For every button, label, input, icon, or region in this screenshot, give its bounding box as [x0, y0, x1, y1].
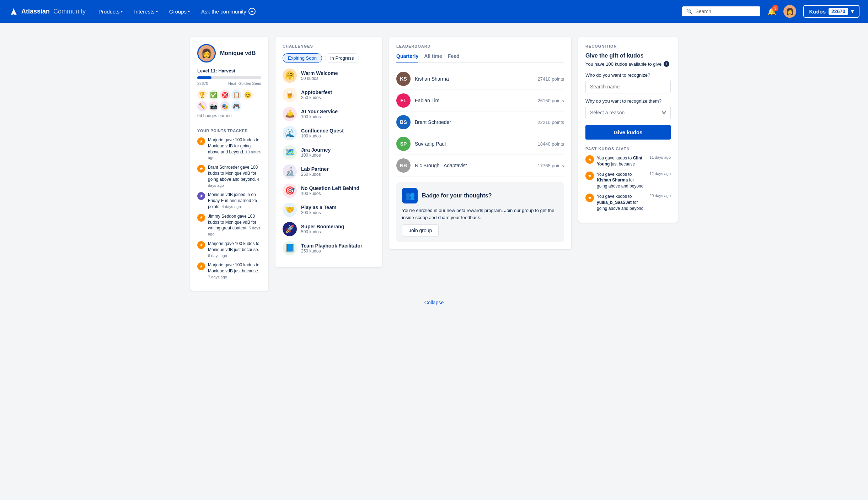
challenge-item: 📘 Team Playbook Facilitator 250 kudos: [283, 241, 375, 255]
profile-level: Level 11: Harvest: [197, 68, 261, 74]
challenge-item: 🛎️ At Your Service 100 kudos: [283, 107, 375, 121]
search-icon: 🔍: [686, 9, 692, 14]
who-label: Who do you want to recognize?: [585, 72, 671, 78]
leaderboard-item: KS Kishan Sharma 27410 points: [396, 68, 564, 90]
ask-plus-icon: +: [248, 8, 256, 15]
tracker-item: ★ Jimmy Seddon gave 100 kudos to Monique…: [197, 213, 261, 237]
challenge-name: Jira Journey: [301, 147, 331, 153]
tracker-item: ★ Marjorie gave 100 kudos to Monique vdB…: [197, 262, 261, 280]
challenge-kudos: 100 kudos: [301, 191, 359, 196]
tracker-star-icon: ★: [197, 262, 205, 270]
search-input[interactable]: [695, 9, 752, 14]
gift-kudos-title: Give the gift of kudos: [585, 53, 671, 59]
search-name-input[interactable]: [585, 80, 671, 93]
collapse-button[interactable]: Collapse: [424, 300, 444, 305]
profile-name: Monique vdB: [220, 50, 256, 56]
challenge-icon: 🔬: [283, 164, 297, 179]
badges-row: 🏆 ✅ 🎯 📋 😊 ✏️ 📷 🎭 🎮: [197, 90, 261, 111]
lb-name: Nic Brough _Adaptavist_: [415, 163, 534, 168]
challenges-tabs: Expiring Soon In Progress: [283, 53, 375, 63]
lb-name: Fabian Lim: [415, 98, 534, 103]
profile-header: 👩 Monique vdB: [197, 44, 261, 62]
profile-card: 👩 Monique vdB Level 11: Harvest 22670 Ne…: [190, 37, 268, 291]
challenge-name: Lab Partner: [301, 166, 329, 172]
badge-icon: 🎮: [231, 101, 241, 111]
challenge-icon: 🤗: [283, 69, 297, 83]
challenge-kudos: 100 kudos: [301, 134, 344, 138]
leaderboard-tabs: Quarterly All time Feed: [396, 53, 564, 62]
challenge-icon: 🛎️: [283, 107, 297, 121]
badge-icon: 🏆: [197, 90, 207, 100]
tab-feed[interactable]: Feed: [448, 53, 460, 62]
tab-in-progress[interactable]: In Progress: [325, 53, 359, 63]
badge-icon: 📋: [231, 90, 241, 100]
progress-bar-fill: [197, 76, 211, 79]
challenge-name: Confluence Quest: [301, 128, 344, 134]
tracker-star-icon: ★: [197, 214, 205, 222]
tracker-text: Marjorie gave 100 kudos to Monique vdB j…: [208, 241, 261, 259]
badge-icon: ✏️: [197, 101, 207, 111]
badge-card-description: You're enrolled in our new beta rewards …: [402, 207, 558, 221]
nav-groups[interactable]: Groups ▾: [165, 6, 194, 17]
next-milestone: Next: Golden Seed: [228, 81, 261, 86]
tracker-star-icon: ★: [197, 241, 205, 249]
tracker-item: ★ Marjorie gave 100 kudos to Monique vdB…: [197, 137, 261, 161]
past-kudos-time: 20 days ago: [649, 194, 671, 198]
collapse-bar: Collapse: [190, 299, 678, 306]
info-icon[interactable]: i: [664, 61, 669, 67]
challenge-icon: 🍺: [283, 88, 297, 102]
tab-quarterly[interactable]: Quarterly: [396, 53, 418, 62]
challenge-kudos: 250 kudos: [301, 249, 362, 254]
brand-logo[interactable]: Atlassian Community: [9, 6, 86, 16]
lb-points: 17765 points: [538, 163, 564, 168]
recognition-card: RECOGNITION Give the gift of kudos You h…: [578, 37, 678, 223]
challenge-kudos: 250 kudos: [301, 172, 329, 177]
challenge-kudos: 100 kudos: [301, 114, 338, 119]
leaderboard-item: BS Brant Schroeder 22210 points: [396, 112, 564, 133]
tab-expiring-soon[interactable]: Expiring Soon: [283, 53, 322, 63]
past-kudos-item: ★ You gave kudos to Kishan Sharma for go…: [585, 172, 671, 189]
interests-chevron-icon: ▾: [156, 10, 158, 13]
badge-card: 👥 Badge for your thoughts? You're enroll…: [396, 182, 564, 242]
challenge-name: Team Playbook Facilitator: [301, 243, 362, 249]
search-bar[interactable]: 🔍: [682, 6, 760, 16]
past-kudos-title: PAST KUDOS GIVEN: [585, 147, 671, 151]
tracker-text: Marjorie gave 100 kudos to Monique vdB j…: [208, 262, 261, 280]
nav-interests[interactable]: Interests ▾: [130, 6, 162, 17]
challenge-item: 🚀 Super Boomerang 500 kudos: [283, 222, 375, 236]
leaderboard-item: SP Suvradip Paul 18440 points: [396, 133, 564, 155]
challenge-icon: 🗺️: [283, 145, 297, 159]
badge-icon: 📷: [209, 101, 219, 111]
tracker-item: ★ Monique vdB joined in on Friday Fun an…: [197, 192, 261, 210]
challenge-icon: 🌊: [283, 126, 297, 140]
challenge-icon: 🎯: [283, 184, 297, 198]
tab-all-time[interactable]: All time: [424, 53, 442, 62]
challenge-name: Apptoberfest: [301, 89, 332, 95]
groups-chevron-icon: ▾: [188, 10, 190, 13]
ask-community-button[interactable]: Ask the community +: [197, 5, 260, 18]
challenge-name: Warm Welcome: [301, 70, 338, 76]
lb-points: 18440 points: [538, 141, 564, 147]
recognition-section-title: RECOGNITION: [585, 44, 671, 48]
leaderboard-item: FL Fabian Lim 26150 points: [396, 90, 564, 112]
user-avatar[interactable]: 👩: [783, 5, 796, 18]
give-kudos-button[interactable]: Give kudos: [585, 125, 671, 140]
challenges-card: CHALLENGES Expiring Soon In Progress 🤗 W…: [275, 37, 382, 267]
badge-icon: 🎯: [220, 90, 230, 100]
badge-icon: 🎭: [220, 101, 230, 111]
current-points: 22670: [197, 81, 208, 86]
past-kudos-text: You gave kudos to Clint Young just becau…: [597, 155, 645, 167]
lb-avatar: KS: [396, 72, 411, 86]
kudos-chevron-icon: ▾: [851, 8, 854, 15]
challenge-kudos: 300 kudos: [301, 210, 336, 215]
notifications-button[interactable]: 🔔 3: [767, 7, 776, 16]
nav-products[interactable]: Products ▾: [94, 6, 127, 17]
kudos-button[interactable]: Kudos 22670 ▾: [803, 5, 859, 18]
lb-avatar: NB: [396, 158, 411, 173]
kudos-star-icon: ★: [585, 172, 594, 180]
cards-grid: 👩 Monique vdB Level 11: Harvest 22670 Ne…: [190, 37, 678, 291]
join-group-button[interactable]: Join group: [402, 224, 439, 237]
lb-points: 26150 points: [538, 98, 564, 103]
past-kudos-item: ★ You gave kudos to yuliia_b_SaaSJet for…: [585, 194, 671, 211]
select-reason-dropdown[interactable]: Select a reason Going above and beyond W…: [585, 106, 671, 119]
